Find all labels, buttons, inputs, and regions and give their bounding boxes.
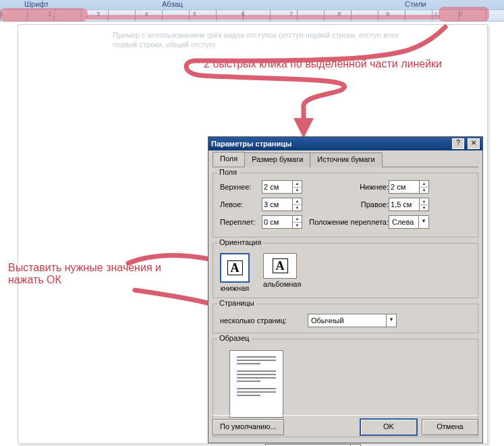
ribbon-label-font: Шрифт <box>24 0 49 8</box>
select-gutter-position[interactable]: Слева▼ <box>389 215 429 229</box>
group-preview-label: Образец <box>217 334 251 342</box>
dialog-tabs: Поля Размер бумаги Источник бумаги <box>213 152 478 167</box>
input-top-margin[interactable]: ▲▼ <box>262 180 302 194</box>
group-pages-label: Страницы <box>217 299 256 307</box>
annotation-text-left: Выставить нужные значения и нажать ОК <box>8 262 161 286</box>
annotation-text-top: 2 быстрых клика по выделенной части лине… <box>204 58 442 70</box>
cancel-button[interactable]: Отмена <box>422 419 478 435</box>
input-bottom-margin[interactable]: ▲▼ <box>389 180 429 194</box>
preview-thumbnail <box>229 350 283 418</box>
orientation-landscape-label: альбомная <box>263 280 301 288</box>
default-button[interactable]: По умолчанию... <box>213 419 284 435</box>
horizontal-ruler[interactable]: 1 2 3 4 5 6 7 8 9 10 11 12 13 14 15 16 1… <box>0 9 504 22</box>
input-gutter[interactable]: ▲▼ <box>262 215 302 229</box>
orientation-landscape[interactable]: A альбомная <box>263 253 301 292</box>
group-margins-label: Поля <box>217 168 239 176</box>
input-right-margin[interactable]: ▲▼ <box>389 198 429 211</box>
document-faint-text: Пример с использованием трёх видов отсту… <box>113 30 460 49</box>
tab-margins[interactable]: Поля <box>213 152 245 167</box>
tab-paper-size[interactable]: Размер бумаги <box>244 152 310 167</box>
label-multiple-pages: несколько страниц: <box>220 316 308 325</box>
orientation-portrait[interactable]: A книжная <box>220 253 250 292</box>
dialog-close-button[interactable]: ✕ <box>468 138 480 149</box>
label-top-margin: Верхнее: <box>220 183 262 191</box>
group-margins: Поля Верхнее: ▲▼ Нижнее: ▲▼ Левое: ▲▼ Пр… <box>213 173 478 238</box>
label-right-margin: Правое: <box>302 200 389 208</box>
orientation-portrait-label: книжная <box>220 284 250 292</box>
label-gutter-position: Положение переплета: <box>302 218 389 226</box>
label-gutter: Переплет: <box>220 218 262 226</box>
ruler-numbers: 1 2 3 4 5 6 7 8 9 10 11 12 13 14 15 16 1… <box>0 11 504 18</box>
ribbon-label-styles: Стили <box>405 0 426 8</box>
group-orientation-label: Ориентация <box>217 238 263 246</box>
ribbon-tab-labels: Шрифт Абзац Стили <box>0 0 504 9</box>
label-left-margin: Левое: <box>220 200 262 208</box>
dialog-title-text: Параметры страницы <box>211 140 291 148</box>
page-setup-dialog: Параметры страницы ? ✕ Поля Размер бумаг… <box>208 136 483 443</box>
ribbon-label-paragraph: Абзац <box>162 0 183 8</box>
dialog-titlebar[interactable]: Параметры страницы ? ✕ <box>208 137 482 150</box>
input-left-margin[interactable]: ▲▼ <box>262 198 302 211</box>
label-bottom-margin: Нижнее: <box>302 183 389 191</box>
group-orientation: Ориентация A книжная A альбомная <box>213 243 478 298</box>
tab-paper-source[interactable]: Источник бумаги <box>310 152 382 167</box>
ok-button[interactable]: OK <box>360 418 418 436</box>
group-pages: Страницы несколько страниц: Обычный▼ <box>213 304 478 333</box>
select-multiple-pages[interactable]: Обычный▼ <box>308 314 397 327</box>
dialog-help-button[interactable]: ? <box>452 138 464 149</box>
